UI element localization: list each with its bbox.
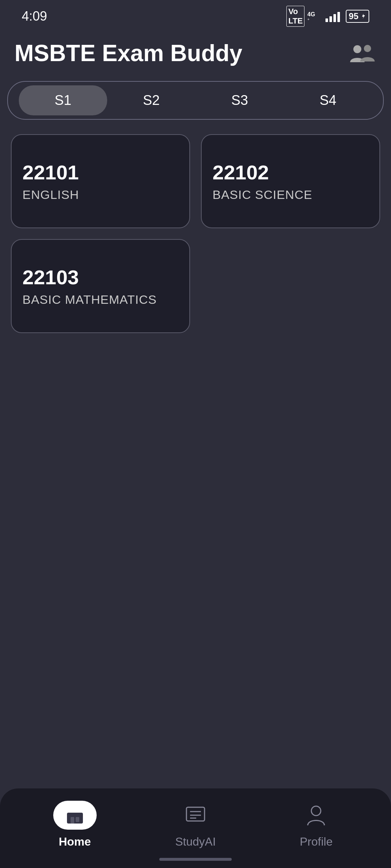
4g-icon: 4G +	[307, 10, 322, 23]
subject-name-1: ENGLISH	[22, 188, 79, 202]
svg-rect-2	[325, 18, 328, 22]
semester-tabs: S1 S2 S3 S4	[7, 81, 384, 120]
people-icon	[349, 43, 375, 63]
svg-rect-12	[186, 807, 205, 821]
tab-s3[interactable]: S3	[196, 85, 284, 115]
subject-card-22101[interactable]: 22101 ENGLISH	[11, 134, 190, 228]
status-bar: 4:09 VoLTE 4G + 95	[0, 0, 391, 29]
signal-icon	[325, 10, 343, 23]
header: MSBTE Exam Buddy	[0, 29, 391, 77]
home-icon	[64, 806, 86, 824]
bottom-navigation: Home StudyAI Profile	[0, 788, 391, 868]
group-icon-button[interactable]	[348, 42, 377, 64]
home-label: Home	[59, 835, 91, 848]
subject-code-1: 22101	[22, 161, 79, 184]
profile-icon	[306, 804, 326, 826]
tab-s4[interactable]: S4	[284, 85, 372, 115]
profile-label: Profile	[300, 835, 333, 848]
svg-point-16	[311, 806, 321, 816]
status-icons: VoLTE 4G + 95	[286, 6, 369, 27]
bottom-indicator	[159, 858, 232, 861]
svg-rect-5	[337, 12, 340, 22]
subject-card-22102[interactable]: 22102 BASIC SCIENCE	[201, 134, 380, 228]
nav-home[interactable]: Home	[14, 801, 135, 848]
subjects-grid: 22101 ENGLISH 22102 BASIC SCIENCE 22103 …	[0, 123, 391, 344]
subject-code-2: 22102	[213, 161, 269, 184]
profile-icon-wrapper	[294, 801, 338, 830]
svg-rect-3	[329, 16, 332, 22]
subject-card-22103[interactable]: 22103 BASIC MATHEMATICS	[11, 239, 190, 333]
battery-level: 95	[349, 11, 358, 21]
svg-text:4G: 4G	[307, 11, 315, 17]
studyai-icon	[185, 804, 206, 826]
home-icon-wrapper	[53, 801, 97, 830]
subject-code-3: 22103	[22, 265, 79, 289]
svg-rect-4	[333, 14, 336, 22]
tab-s2[interactable]: S2	[107, 85, 196, 115]
subject-name-2: BASIC SCIENCE	[213, 188, 312, 202]
studyai-icon-wrapper	[174, 801, 217, 830]
status-time: 4:09	[22, 9, 47, 24]
svg-point-8	[364, 45, 371, 52]
studyai-label: StudyAI	[175, 835, 216, 848]
svg-text:+: +	[307, 17, 310, 21]
svg-rect-9	[67, 813, 83, 824]
svg-rect-11	[76, 817, 79, 822]
svg-marker-6	[362, 14, 365, 19]
battery-icon: 95	[346, 10, 369, 23]
nav-studyai[interactable]: StudyAI	[135, 801, 256, 848]
nav-profile[interactable]: Profile	[256, 801, 377, 848]
volte-icon: VoLTE	[286, 6, 304, 27]
svg-rect-10	[71, 817, 74, 824]
battery-charging-icon	[360, 13, 366, 20]
subject-name-3: BASIC MATHEMATICS	[22, 293, 157, 307]
svg-point-7	[353, 45, 361, 53]
tab-s1[interactable]: S1	[19, 85, 107, 115]
app-title: MSBTE Exam Buddy	[14, 40, 242, 67]
